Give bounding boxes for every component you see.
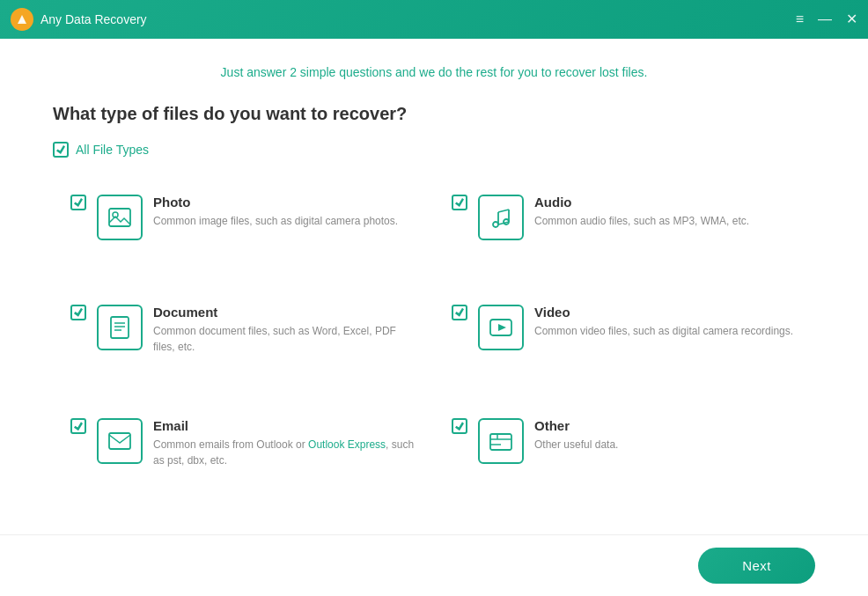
file-type-email[interactable]: Email Common emails from Outlook or Outl… <box>53 402 434 517</box>
photo-checkbox[interactable] <box>70 195 86 210</box>
document-name: Document <box>153 305 416 320</box>
email-info: Email Common emails from Outlook or Outl… <box>153 418 416 468</box>
question-title: What type of files do you want to recove… <box>53 104 815 124</box>
file-type-grid: Photo Common image files, such as digita… <box>53 179 815 517</box>
titlebar-controls: ≡ — ✕ <box>796 12 857 26</box>
video-info: Video Common video files, such as digita… <box>534 305 798 339</box>
subtitle-text: Just answer 2 simple questions and we do… <box>53 65 815 79</box>
close-icon[interactable]: ✕ <box>846 12 857 26</box>
file-type-photo[interactable]: Photo Common image files, such as digita… <box>53 179 434 289</box>
svg-line-8 <box>498 210 509 212</box>
all-file-types-checkbox[interactable] <box>53 142 69 158</box>
video-desc: Common video files, such as digital came… <box>534 323 798 339</box>
document-icon <box>107 315 132 340</box>
other-name: Other <box>534 418 798 433</box>
document-icon-box <box>97 305 143 350</box>
other-checkbox[interactable] <box>452 418 467 434</box>
photo-name: Photo <box>153 195 416 210</box>
svg-point-3 <box>493 222 498 227</box>
main-content: Just answer 2 simple questions and we do… <box>0 39 868 534</box>
document-checkbox[interactable] <box>70 305 86 320</box>
outlook-express-link: Outlook Express <box>308 438 386 451</box>
audio-desc: Common audio files, such as MP3, WMA, et… <box>534 213 798 229</box>
email-desc: Common emails from Outlook or Outlook Ex… <box>153 437 416 468</box>
footer: Next <box>0 534 868 596</box>
video-icon <box>489 315 513 340</box>
titlebar-left: Any Data Recovery <box>11 8 147 31</box>
audio-checkbox[interactable] <box>452 195 467 210</box>
next-button[interactable]: Next <box>698 548 815 584</box>
other-info: Other Other useful data. <box>534 418 798 453</box>
photo-icon-box <box>97 195 143 240</box>
file-type-audio[interactable]: Audio Common audio files, such as MP3, W… <box>434 179 815 289</box>
menu-icon[interactable]: ≡ <box>796 12 804 26</box>
audio-name: Audio <box>534 195 798 210</box>
email-icon-box <box>97 418 143 464</box>
app-logo-icon <box>11 8 33 31</box>
other-icon <box>489 429 513 453</box>
document-desc: Common document files, such as Word, Exc… <box>153 323 416 355</box>
file-type-video[interactable]: Video Common video files, such as digita… <box>434 289 815 403</box>
photo-desc: Common image files, such as digital came… <box>153 213 416 229</box>
all-file-types-row[interactable]: All File Types <box>53 142 815 158</box>
other-icon-box <box>478 418 524 464</box>
email-icon <box>107 429 132 453</box>
audio-icon <box>489 205 513 230</box>
all-file-types-label: All File Types <box>76 143 149 157</box>
svg-rect-9 <box>111 317 129 338</box>
svg-rect-15 <box>109 433 130 449</box>
photo-icon <box>107 205 132 230</box>
audio-info: Audio Common audio files, such as MP3, W… <box>534 195 798 229</box>
video-name: Video <box>534 305 798 320</box>
audio-icon-box <box>478 195 524 240</box>
app-title: Any Data Recovery <box>40 12 147 26</box>
other-desc: Other useful data. <box>534 437 798 453</box>
svg-rect-1 <box>109 209 130 226</box>
file-type-document[interactable]: Document Common document files, such as … <box>53 289 434 403</box>
svg-rect-16 <box>490 434 511 450</box>
email-name: Email <box>153 418 416 433</box>
minimize-icon[interactable]: — <box>818 12 832 26</box>
titlebar: Any Data Recovery ≡ — ✕ <box>0 0 868 39</box>
video-icon-box <box>478 305 524 350</box>
photo-info: Photo Common image files, such as digita… <box>153 195 416 229</box>
file-type-other[interactable]: Other Other useful data. <box>434 402 815 517</box>
email-checkbox[interactable] <box>70 418 86 434</box>
svg-marker-14 <box>498 324 506 331</box>
video-checkbox[interactable] <box>452 305 467 320</box>
document-info: Document Common document files, such as … <box>153 305 416 355</box>
